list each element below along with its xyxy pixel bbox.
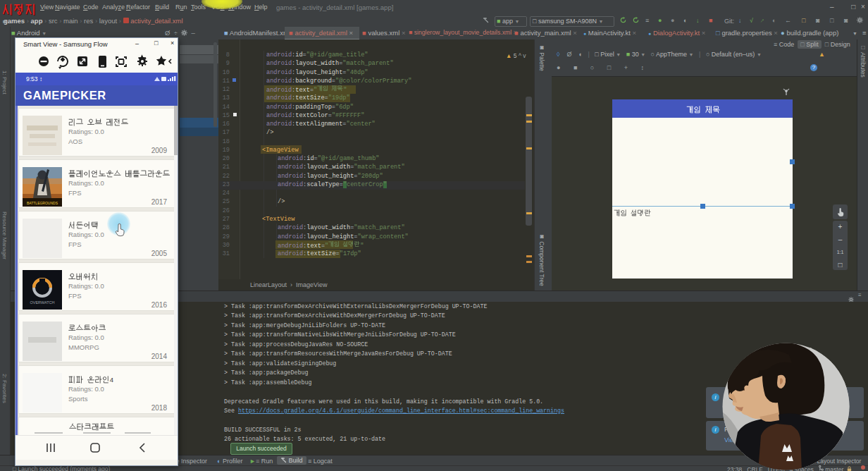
svg-text:OVERWATCH: OVERWATCH xyxy=(30,300,54,305)
svg-text:BATTLEGROUNDS: BATTLEGROUNDS xyxy=(27,201,58,205)
svg-text:4: 4 xyxy=(110,376,113,384)
